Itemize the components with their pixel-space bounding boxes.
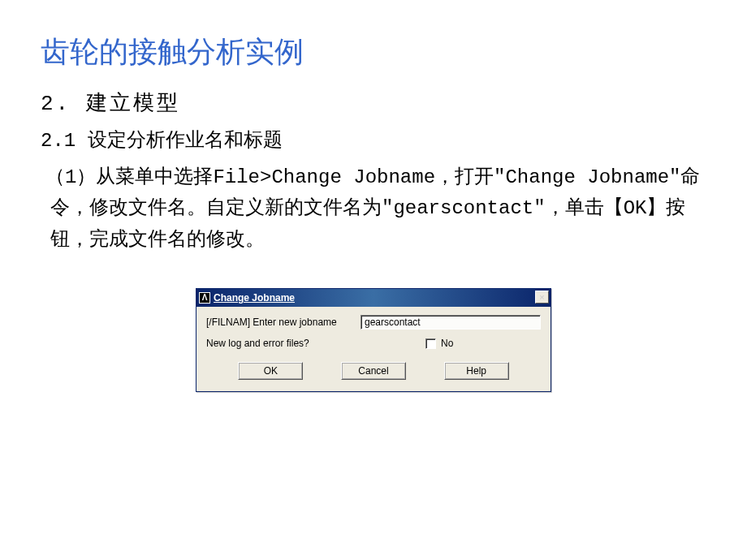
newlog-label: New log and error files?: [206, 338, 361, 349]
dialog-button-row: OK Cancel Help: [206, 357, 541, 380]
newlog-checkbox[interactable]: [425, 338, 436, 349]
jobname-row: [/FILNAM] Enter new jobname gearscontact: [206, 315, 541, 330]
ok-button[interactable]: OK: [238, 362, 303, 380]
slide-content: 齿轮的接触分析实例 2. 建立模型 2.1 设定分析作业名和标题 （1）从菜单中…: [0, 0, 747, 392]
heading-level-3: 2.1 设定分析作业名和标题: [41, 127, 706, 153]
body-paragraph: （1）从菜单中选择File>Change Jobname，打开"Change J…: [41, 162, 706, 256]
jobname-label: [/FILNAM] Enter new jobname: [206, 317, 361, 328]
help-button[interactable]: Help: [444, 362, 509, 380]
dialog-body: [/FILNAM] Enter new jobname gearscontact…: [196, 307, 551, 391]
page-title: 齿轮的接触分析实例: [41, 32, 706, 72]
newlog-checkbox-label: No: [441, 338, 453, 349]
jobname-input[interactable]: gearscontact: [361, 315, 541, 330]
dialog-title-text: Change Jobname: [214, 292, 295, 304]
cancel-button[interactable]: Cancel: [341, 362, 406, 380]
app-icon: Λ: [199, 292, 210, 304]
app-icon-letter: Λ: [202, 294, 208, 302]
newlog-row: New log and error files? No: [206, 338, 541, 349]
close-button[interactable]: ×: [535, 291, 549, 304]
newlog-checkbox-wrap: No: [425, 338, 453, 349]
heading-level-2: 2. 建立模型: [41, 88, 706, 117]
dialog-titlebar: Λ Change Jobname ×: [196, 289, 551, 307]
close-icon: ×: [539, 293, 544, 302]
change-jobname-dialog: Λ Change Jobname × [/FILNAM] Enter new j…: [196, 288, 551, 392]
dialog-container: Λ Change Jobname × [/FILNAM] Enter new j…: [41, 288, 706, 392]
